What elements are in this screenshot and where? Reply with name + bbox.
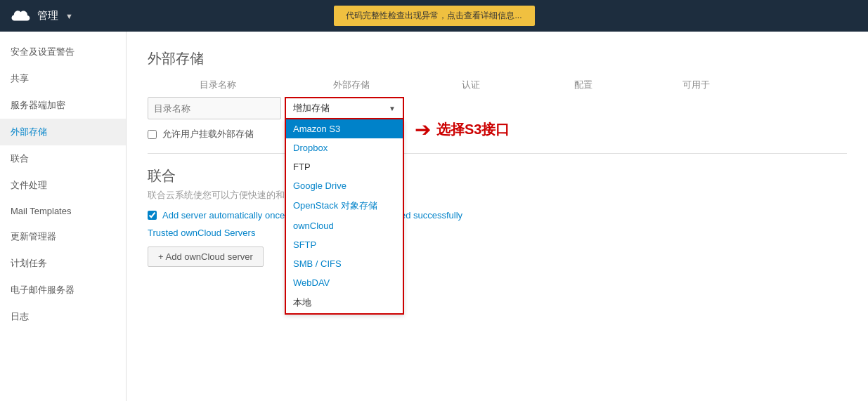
storage-type-dropdown: 增加存储 ▼ Amazon S3 Dropbox FTP Google Driv… bbox=[285, 97, 404, 119]
external-storage-title: 外部存储 bbox=[148, 49, 847, 68]
col-external-storage: 外部存储 bbox=[288, 79, 415, 91]
sidebar-item-mail-templates[interactable]: Mail Templates bbox=[0, 199, 126, 223]
dropdown-arrow-icon: ▼ bbox=[389, 105, 396, 112]
logo-area[interactable]: 管理 ▼ bbox=[11, 9, 73, 23]
federation-title: 联合 bbox=[148, 166, 847, 185]
sidebar-item-federation[interactable]: 联合 bbox=[0, 145, 126, 172]
allow-mount-checkbox[interactable] bbox=[148, 130, 157, 139]
trusted-servers-link[interactable]: Trusted ownCloud Servers bbox=[148, 228, 847, 238]
dropdown-item-google-drive[interactable]: Google Drive bbox=[286, 176, 403, 195]
federation-description: 联合云系统使您可以方便快速的和其他用户共享文件。 bbox=[148, 189, 847, 202]
cloud-icon bbox=[11, 9, 32, 23]
section-divider bbox=[148, 153, 847, 154]
dropdown-item-amazon-s3[interactable]: Amazon S3 bbox=[286, 119, 403, 138]
allow-mount-label: 允许用户挂载外部存储 bbox=[162, 128, 254, 140]
header-arrow: ▼ bbox=[65, 12, 73, 20]
sidebar-item-email-server[interactable]: 电子邮件服务器 bbox=[0, 277, 126, 303]
sidebar-item-file-handling[interactable]: 文件处理 bbox=[0, 172, 126, 199]
dropdown-item-smb-cifs[interactable]: SMB / CIFS bbox=[286, 254, 403, 273]
app-header: 管理 ▼ 代码完整性检查出现异常，点击查看详细信息... bbox=[0, 0, 868, 32]
main-layout: 安全及设置警告 共享 服务器端加密 外部存储 联合 文件处理 Mail Temp… bbox=[0, 32, 868, 401]
storage-add-row: 增加存储 ▼ Amazon S3 Dropbox FTP Google Driv… bbox=[148, 97, 847, 119]
dropdown-trigger-label: 增加存储 bbox=[293, 102, 330, 114]
col-available-for: 可用于 bbox=[640, 79, 752, 91]
dir-name-input[interactable] bbox=[148, 97, 281, 119]
dropdown-item-webdav[interactable]: WebDAV bbox=[286, 273, 403, 292]
add-server-button[interactable]: + Add ownCloud server bbox=[148, 246, 264, 267]
sidebar: 安全及设置警告 共享 服务器端加密 外部存储 联合 文件处理 Mail Temp… bbox=[0, 32, 127, 401]
dropdown-item-sftp[interactable]: SFTP bbox=[286, 235, 403, 254]
auto-add-server-checkbox[interactable] bbox=[148, 211, 157, 220]
sidebar-item-external-storage[interactable]: 外部存储 bbox=[0, 119, 126, 145]
sidebar-item-scheduled-tasks[interactable]: 计划任务 bbox=[0, 250, 126, 277]
auto-add-server-row: Add server automatically once a federate… bbox=[148, 210, 847, 221]
s3-annotation: ➔ 选择S3接口 bbox=[415, 118, 510, 141]
dropdown-item-dropbox[interactable]: Dropbox bbox=[286, 138, 403, 157]
dropdown-item-local[interactable]: 本地 bbox=[286, 292, 403, 313]
annotation-label: 选择S3接口 bbox=[436, 120, 510, 139]
sidebar-item-update-manager[interactable]: 更新管理器 bbox=[0, 223, 126, 250]
col-config: 配置 bbox=[527, 79, 640, 91]
col-auth: 认证 bbox=[415, 79, 527, 91]
sidebar-item-sharing[interactable]: 共享 bbox=[0, 65, 126, 92]
warning-banner[interactable]: 代码完整性检查出现异常，点击查看详细信息... bbox=[333, 6, 534, 26]
col-dir-name: 目录名称 bbox=[148, 79, 288, 91]
dropdown-item-ftp[interactable]: FTP bbox=[286, 157, 403, 176]
red-arrow-icon: ➔ bbox=[415, 118, 431, 141]
dropdown-item-owncloud[interactable]: ownCloud bbox=[286, 216, 403, 235]
main-content: 外部存储 目录名称 外部存储 认证 配置 可用于 增加存储 ▼ Amazon S… bbox=[127, 32, 868, 401]
table-header: 目录名称 外部存储 认证 配置 可用于 bbox=[148, 79, 847, 91]
sidebar-item-server-encrypt[interactable]: 服务器端加密 bbox=[0, 92, 126, 119]
dropdown-trigger[interactable]: 增加存储 ▼ bbox=[285, 97, 404, 119]
dropdown-menu: Amazon S3 Dropbox FTP Google Drive OpenS… bbox=[285, 119, 404, 315]
sidebar-item-logs[interactable]: 日志 bbox=[0, 303, 126, 330]
header-title: 管理 bbox=[37, 9, 58, 22]
sidebar-item-security[interactable]: 安全及设置警告 bbox=[0, 39, 126, 65]
dropdown-item-openstack[interactable]: OpenStack 对象存储 bbox=[286, 195, 403, 216]
